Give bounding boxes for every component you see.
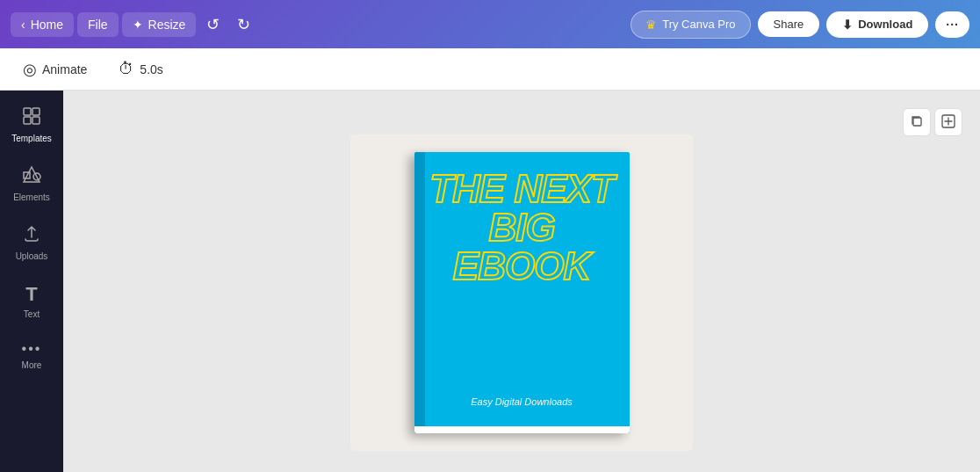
book-bottom-edge [414,426,630,433]
topbar: ‹ Home File ✦ Resize ↺ ↻ ♛ Try Canva Pro… [0,0,980,48]
elements-label: Elements [13,192,50,203]
topbar-right: ♛ Try Canva Pro Share ⬇ Download ··· [631,11,969,39]
book-spine [414,152,425,433]
share-label: Share [774,18,804,31]
file-button[interactable]: File [77,12,119,37]
resize-button[interactable]: ✦ Resize [122,12,197,37]
canvas-toolbar [903,108,962,136]
clock-icon: ⏱ [119,60,134,78]
crown-icon: ♛ [645,18,657,32]
chevron-left-icon: ‹ [21,18,25,32]
book-title-line2: BIG [488,206,554,249]
sidebar-item-text[interactable]: T Text [4,274,60,329]
resize-label: Resize [148,18,186,32]
sidebar-item-more[interactable]: ••• More [4,332,60,380]
main-layout: Templates Elements Uploads T [0,91,980,472]
share-button[interactable]: Share [758,11,820,37]
copy-page-button[interactable] [903,108,931,136]
uploads-label: Uploads [16,251,48,262]
animate-button[interactable]: ◎ Animate [14,54,96,84]
more-options-label: ··· [946,18,959,32]
copy-icon [910,114,924,131]
more-label: More [22,360,42,371]
book-title-line3: EBOOK [453,244,590,287]
duration-button[interactable]: ⏱ 5.0s [110,54,171,84]
home-button[interactable]: ‹ Home [11,12,74,37]
book-container: THE NEXT BIG EBOOK Easy Digital Download… [350,134,693,451]
sidebar-item-elements[interactable]: Elements [4,156,60,212]
book-title-line1: THE NEXT [429,167,614,210]
templates-icon [22,106,41,130]
try-pro-label: Try Canva Pro [662,18,735,31]
sidebar-item-templates[interactable]: Templates [4,98,60,153]
animate-icon: ◎ [23,60,37,79]
resize-icon: ✦ [133,18,143,32]
download-button[interactable]: ⬇ Download [826,11,928,38]
topbar-left: ‹ Home File ✦ Resize ↺ ↻ [11,10,623,40]
toolbar: ◎ Animate ⏱ 5.0s [0,48,980,91]
svg-rect-1 [32,108,40,115]
svg-rect-0 [24,108,31,115]
uploads-icon [22,224,41,248]
sidebar: Templates Elements Uploads T [0,91,63,472]
svg-rect-2 [24,117,31,124]
canvas-area: THE NEXT BIG EBOOK Easy Digital Download… [63,91,980,472]
redo-button[interactable]: ↻ [230,10,257,40]
duration-label: 5.0s [140,62,162,76]
templates-label: Templates [11,134,52,144]
undo-icon: ↺ [206,15,220,34]
animate-label: Animate [42,62,87,76]
text-label: Text [24,309,40,320]
svg-rect-3 [32,117,40,124]
file-label: File [88,18,108,32]
redo-icon: ↻ [237,15,250,34]
sidebar-item-uploads[interactable]: Uploads [4,215,60,271]
svg-rect-7 [913,118,921,126]
home-label: Home [31,18,63,32]
book-background[interactable]: THE NEXT BIG EBOOK Easy Digital Download… [350,134,693,451]
download-label: Download [858,18,912,31]
add-page-button[interactable] [934,108,962,136]
book-cover[interactable]: THE NEXT BIG EBOOK Easy Digital Download… [414,152,630,433]
download-icon: ⬇ [842,18,853,32]
elements-icon [22,165,41,189]
more-icon: ••• [22,341,42,357]
more-options-button[interactable]: ··· [935,11,969,38]
try-pro-button[interactable]: ♛ Try Canva Pro [631,11,750,39]
book-title: THE NEXT BIG EBOOK [429,170,614,286]
book-subtitle: Easy Digital Downloads [471,396,573,407]
plus-icon [941,114,955,131]
text-icon: T [25,283,37,306]
undo-button[interactable]: ↺ [199,10,227,40]
